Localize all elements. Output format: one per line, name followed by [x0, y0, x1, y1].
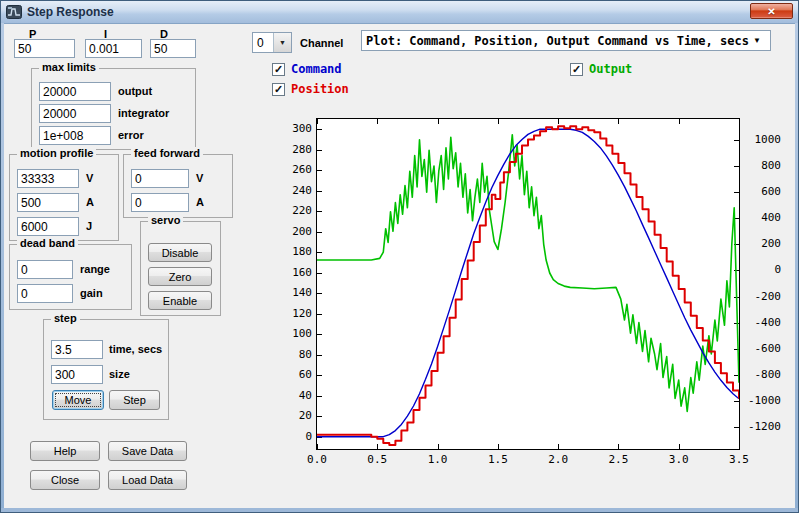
- close-icon: ✕: [767, 6, 775, 17]
- dead-band-range-input[interactable]: [17, 260, 73, 279]
- series-output: [317, 135, 739, 412]
- tick-label: 400: [744, 211, 781, 224]
- zero-button[interactable]: Zero: [148, 267, 212, 286]
- step-response-window: Step Response ✕ P I D max limits output …: [0, 0, 799, 513]
- tick-label: -400: [744, 316, 781, 329]
- position-checkbox[interactable]: ✓: [272, 83, 285, 96]
- tick-label: 140: [267, 286, 312, 299]
- ff-velocity-label: V: [196, 172, 203, 184]
- load-data-button[interactable]: Load Data: [108, 470, 187, 490]
- command-checkbox-label[interactable]: Command: [291, 62, 342, 76]
- plot-select[interactable]: Plot: Command, Position, Output Command …: [361, 30, 771, 51]
- output-checkbox[interactable]: ✓: [570, 63, 583, 76]
- tick-label: 80: [267, 348, 312, 361]
- integrator-limit-input[interactable]: [39, 104, 111, 123]
- jerk-label: J: [86, 220, 92, 232]
- dead-band-gain-label: gain: [80, 287, 103, 299]
- step-size-input[interactable]: [51, 365, 103, 384]
- command-checkbox[interactable]: ✓: [272, 63, 285, 76]
- check-icon: ✓: [274, 63, 283, 75]
- acceleration-input[interactable]: [17, 193, 79, 212]
- channel-select[interactable]: 0 ▼: [252, 32, 292, 53]
- app-icon: [6, 4, 22, 20]
- tick-label: 2.5: [598, 453, 638, 466]
- tick-label: 1000: [744, 133, 781, 146]
- p-input[interactable]: [14, 39, 75, 58]
- tick-label: -800: [744, 368, 781, 381]
- max-limits-group: max limits output integrator error: [31, 68, 196, 150]
- tick-label: -200: [744, 290, 781, 303]
- tick-label: 0.0: [297, 453, 337, 466]
- step-time-input[interactable]: [51, 340, 103, 359]
- channel-value: 0: [253, 36, 273, 50]
- servo-group: servo Disable Zero Enable: [140, 221, 221, 316]
- tick-label: 220: [267, 204, 312, 217]
- feed-forward-title: feed forward: [131, 147, 203, 159]
- dead-band-group: dead band range gain: [9, 244, 132, 310]
- help-button[interactable]: Help: [30, 441, 100, 461]
- motion-profile-group: motion profile V A J: [9, 154, 119, 241]
- tick-label: 200: [744, 237, 781, 250]
- close-button[interactable]: ✕: [750, 3, 793, 19]
- d-input[interactable]: [150, 39, 196, 58]
- close-dialog-button[interactable]: Close: [30, 470, 100, 490]
- tick-label: 300: [267, 122, 312, 135]
- window-edge-right: [795, 23, 798, 512]
- velocity-input[interactable]: [17, 169, 79, 188]
- plot-select-value: Plot: Command, Position, Output Command …: [362, 34, 753, 48]
- tick-label: 60: [267, 368, 312, 381]
- x-axis-labels: 0.00.51.01.52.02.53.03.5: [316, 453, 740, 467]
- acceleration-label: A: [86, 196, 94, 208]
- tick-label: 600: [744, 185, 781, 198]
- tick-label: 1.5: [478, 453, 518, 466]
- tick-label: 20: [267, 409, 312, 422]
- velocity-label: V: [86, 172, 93, 184]
- titlebar[interactable]: Step Response ✕: [1, 1, 798, 24]
- dead-band-gain-input[interactable]: [17, 284, 73, 303]
- i-input[interactable]: [85, 39, 142, 58]
- ff-acceleration-input[interactable]: [131, 193, 189, 212]
- plot-area: [316, 118, 740, 450]
- enable-button[interactable]: Enable: [148, 291, 212, 310]
- step-time-label: time, secs: [109, 343, 162, 355]
- disable-button[interactable]: Disable: [148, 243, 212, 262]
- y-axis-left-labels: 0204060801001201401601802002202402602803…: [267, 118, 312, 450]
- tick-label: 40: [267, 389, 312, 402]
- tick-label: 260: [267, 163, 312, 176]
- tick-label: 0: [744, 263, 781, 276]
- tick-label: 1.0: [418, 453, 458, 466]
- save-data-button[interactable]: Save Data: [108, 441, 187, 461]
- jerk-input[interactable]: [17, 217, 79, 236]
- plot-canvas: [317, 119, 739, 449]
- window-title: Step Response: [27, 5, 114, 19]
- dead-band-title: dead band: [17, 237, 78, 249]
- feed-forward-group: feed forward V A: [123, 154, 233, 218]
- output-limit-input[interactable]: [39, 82, 111, 101]
- output-checkbox-label[interactable]: Output: [589, 62, 632, 76]
- chevron-down-icon: ▼: [273, 33, 291, 52]
- tick-label: 280: [267, 143, 312, 156]
- servo-title: servo: [148, 214, 183, 226]
- tick-label: 180: [267, 245, 312, 258]
- tick-label: 160: [267, 266, 312, 279]
- tick-label: 200: [267, 225, 312, 238]
- tick-label: 0.5: [357, 453, 397, 466]
- tick-label: 240: [267, 184, 312, 197]
- dead-band-range-label: range: [80, 263, 110, 275]
- tick-label: -1200: [744, 420, 781, 433]
- tick-label: 120: [267, 307, 312, 320]
- tick-label: -1000: [744, 394, 781, 407]
- ff-velocity-input[interactable]: [131, 169, 189, 188]
- motion-profile-title: motion profile: [17, 147, 96, 159]
- error-limit-input[interactable]: [39, 126, 111, 145]
- tick-label: 3.5: [719, 453, 759, 466]
- position-checkbox-label[interactable]: Position: [291, 82, 349, 96]
- step-button[interactable]: Step: [109, 390, 160, 410]
- move-button[interactable]: Move: [52, 390, 104, 410]
- step-size-label: size: [109, 368, 130, 380]
- step-title: step: [51, 312, 80, 324]
- tick-label: -600: [744, 342, 781, 355]
- check-icon: ✓: [274, 83, 283, 95]
- channel-label: Channel: [300, 37, 343, 49]
- tick-label: 2.0: [538, 453, 578, 466]
